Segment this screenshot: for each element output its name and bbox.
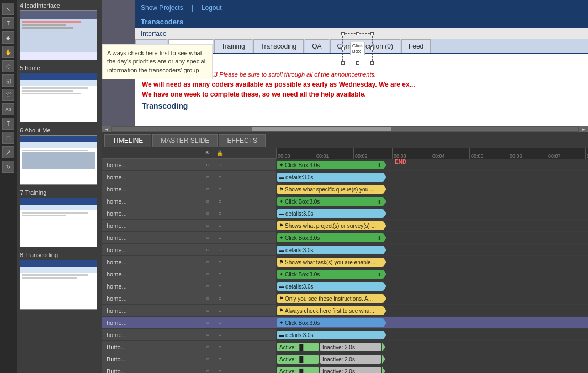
track-row-11[interactable]: ▬ details:3.0s <box>276 280 588 292</box>
row-3-lock[interactable]: ○ <box>214 186 226 192</box>
track-row-14[interactable]: ✦ Click Box:3.0s <box>276 317 588 329</box>
row-7-eye[interactable]: ○ <box>202 235 214 241</box>
tab-qa[interactable]: QA <box>305 39 329 53</box>
track-bar-12[interactable]: ⚑ Only you see these instructions. A... <box>277 294 383 303</box>
track-bar-1[interactable]: ✦ Click Box:3.0s ⏸ <box>277 161 383 169</box>
interface-link[interactable]: Interface <box>141 30 167 38</box>
timeline-row-7[interactable]: home... ○ ○ <box>102 232 276 244</box>
track-row-15[interactable]: ▬ details:3.0s <box>276 329 588 341</box>
timeline-row-8[interactable]: home... ○ ○ <box>102 244 276 256</box>
tab-feed[interactable]: Feed <box>401 39 431 53</box>
tool-crop[interactable]: ◱ <box>2 74 14 87</box>
track-row-12[interactable]: ⚑ Only you see these instructions. A... <box>276 292 588 305</box>
row-5-lock[interactable]: ○ <box>214 210 226 216</box>
tool-ab[interactable]: Ab <box>2 103 14 115</box>
timeline-row-2[interactable]: home... ○ ○ <box>102 171 276 183</box>
row-11-lock[interactable]: ○ <box>214 283 226 289</box>
row-14-eye[interactable]: ○ <box>202 319 214 326</box>
timeline-row-12[interactable]: home... ○ ○ <box>102 292 276 305</box>
track-row-7[interactable]: ✦ Click Box:3.0s ⏸ <box>276 232 588 244</box>
track-row-10[interactable]: ✦ Click Box:3.0s ⏸ <box>276 268 588 280</box>
tab-training[interactable]: Training <box>214 39 252 53</box>
tool-pointer[interactable]: ↗ <box>2 146 14 158</box>
tool-zoom[interactable]: ⬡ <box>2 60 14 72</box>
handle-bm[interactable] <box>356 61 359 65</box>
preview-scrollbar[interactable]: ◄ ► <box>102 126 588 132</box>
tool-media[interactable]: 🎬 <box>2 89 14 101</box>
row-17-eye[interactable]: ○ <box>202 356 214 362</box>
handle-tm[interactable] <box>356 32 359 35</box>
tab-transcoding[interactable]: Transcoding <box>253 39 304 53</box>
transcoders-link[interactable]: Transcoders <box>141 18 183 26</box>
row-16-eye[interactable]: ○ <box>202 344 214 350</box>
scroll-right-btn[interactable]: ► <box>579 126 588 132</box>
row-9-eye[interactable]: ○ <box>202 259 214 265</box>
tool-rotate[interactable]: ↻ <box>2 161 14 173</box>
track-row-8[interactable]: ▬ details:3.0s <box>276 244 588 256</box>
timeline-row-18[interactable]: Butto... ○ ○ <box>102 365 276 373</box>
row-7-lock[interactable]: ○ <box>214 235 226 241</box>
track-bar-15[interactable]: ▬ details:3.0s <box>277 331 383 339</box>
timeline-row-10[interactable]: home... ○ ○ <box>102 268 276 280</box>
row-9-lock[interactable]: ○ <box>214 259 226 265</box>
slide-item-7[interactable]: 7 Training <box>17 187 102 249</box>
row-8-eye[interactable]: ○ <box>202 247 214 253</box>
handle-br[interactable] <box>370 61 374 65</box>
track-bar-6[interactable]: ⚑ Shows what project(s) or survey(s) ... <box>277 221 383 230</box>
row-12-eye[interactable]: ○ <box>202 295 214 301</box>
track-bar-2[interactable]: ▬ details:3.0s <box>277 173 383 182</box>
timeline-row-16[interactable]: Butto... ○ ○ <box>102 341 276 353</box>
track-active-17[interactable]: Active: ▐▌ <box>277 355 319 364</box>
row-13-lock[interactable]: ○ <box>214 307 226 313</box>
timeline-row-9[interactable]: home... ○ ○ <box>102 256 276 268</box>
track-row-13[interactable]: ⚑ Always check here first to see wha... <box>276 305 588 317</box>
row-15-lock[interactable]: ○ <box>214 332 226 338</box>
track-inactive-18[interactable]: Inactive: 2.0s <box>320 367 381 373</box>
slide-item-8[interactable]: 8 Transcoding <box>17 249 102 312</box>
track-bar-8[interactable]: ▬ details:3.0s <box>277 246 383 254</box>
track-bar-11[interactable]: ▬ details:3.0s <box>277 282 383 291</box>
track-active-18[interactable]: Active: ▐▌ <box>277 367 319 373</box>
tab-effects[interactable]: EFFECTS <box>219 134 266 147</box>
timeline-tracks[interactable]: 00:00 00:01 00:02 00:03 00:04 00:05 00:0… <box>276 148 588 373</box>
track-row-17[interactable]: Active: ▐▌ Inactive: 2.0s <box>276 353 588 365</box>
track-bar-4[interactable]: ✦ Click Box:3.0s ⏸ <box>277 197 383 206</box>
tool-type2[interactable]: T <box>2 118 14 130</box>
show-projects-link[interactable]: Show Projects <box>141 4 183 12</box>
row-2-lock[interactable]: ○ <box>214 174 226 180</box>
handle-tl[interactable] <box>341 32 345 35</box>
slide-item-4[interactable]: 4 loadInterface <box>17 0 102 62</box>
row-12-lock[interactable]: ○ <box>214 295 226 301</box>
timeline-row-11[interactable]: home... ○ ○ <box>102 280 276 292</box>
track-row-6[interactable]: ⚑ Shows what project(s) or survey(s) ... <box>276 220 588 232</box>
track-inactive-17[interactable]: Inactive: 2.0s <box>320 355 381 364</box>
timeline-row-3[interactable]: home... ○ ○ <box>102 183 276 195</box>
timeline-row-4[interactable]: home... ○ ○ <box>102 195 276 207</box>
track-bar-10[interactable]: ✦ Click Box:3.0s ⏸ <box>277 270 383 279</box>
track-row-4[interactable]: ✦ Click Box:3.0s ⏸ <box>276 195 588 207</box>
row-4-eye[interactable]: ○ <box>202 198 214 204</box>
handle-mr[interactable] <box>370 47 374 50</box>
row-11-eye[interactable]: ○ <box>202 283 214 289</box>
tool-hand[interactable]: ✋ <box>2 46 14 58</box>
handle-ml[interactable] <box>341 47 345 50</box>
track-bar-7[interactable]: ✦ Click Box:3.0s ⏸ <box>277 233 383 242</box>
click-box-overlay[interactable]: ClickBox <box>342 33 373 63</box>
handle-bl[interactable] <box>341 61 345 65</box>
track-row-5[interactable]: ▬ details:3.0s <box>276 207 588 220</box>
timeline-row-17[interactable]: Butto... ○ ○ <box>102 353 276 365</box>
track-inactive-16[interactable]: Inactive: 2.0s <box>320 343 381 351</box>
tab-master-slide[interactable]: MASTER SLIDE <box>152 134 218 147</box>
track-active-16[interactable]: Active: ▐▌ <box>277 343 319 351</box>
track-row-16[interactable]: Active: ▐▌ Inactive: 2.0s <box>276 341 588 353</box>
row-6-lock[interactable]: ○ <box>214 222 226 228</box>
track-bar-14[interactable]: ✦ Click Box:3.0s <box>277 318 383 327</box>
scroll-track[interactable] <box>112 127 578 131</box>
row-5-eye[interactable]: ○ <box>202 210 214 216</box>
row-10-lock[interactable]: ○ <box>214 271 226 277</box>
track-row-2[interactable]: ▬ details:3.0s <box>276 171 588 183</box>
row-10-eye[interactable]: ○ <box>202 271 214 277</box>
tool-text[interactable]: T <box>2 17 14 29</box>
scroll-thumb[interactable] <box>252 127 391 131</box>
timeline-row-6[interactable]: home... ○ ○ <box>102 220 276 232</box>
